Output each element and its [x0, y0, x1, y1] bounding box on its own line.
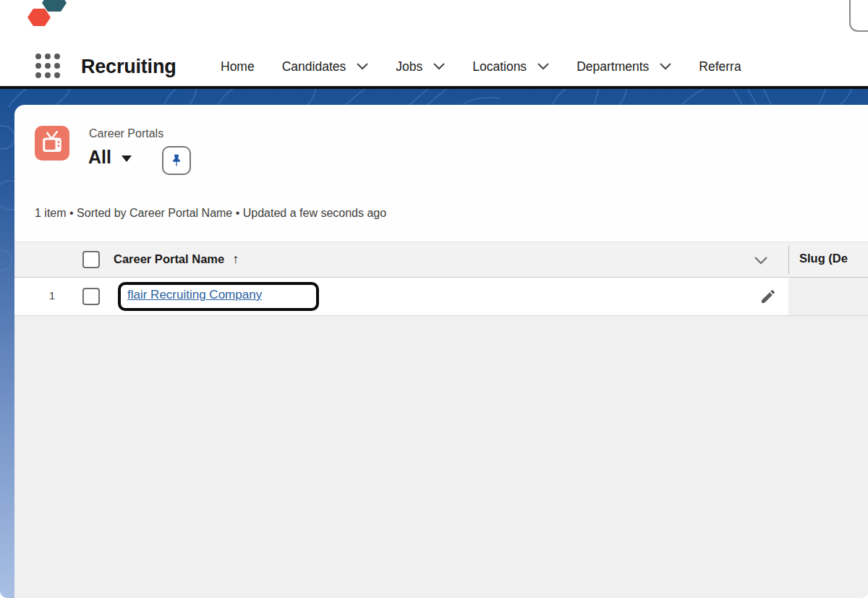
search-box-partial[interactable] — [849, 0, 868, 32]
background-pattern-left — [0, 108, 16, 412]
entity-label: Career Portals — [89, 127, 163, 140]
nav-item-locations[interactable]: Locations — [472, 59, 549, 74]
header-divider — [0, 86, 868, 89]
row-number: 1 — [42, 289, 62, 302]
chevron-down-icon — [660, 63, 671, 70]
column-menu-chevron-icon[interactable] — [754, 256, 768, 265]
view-name: All — [88, 147, 111, 168]
slug-cell — [788, 278, 868, 315]
main-navigation: Home Candidates Jobs Locations Departmen… — [221, 56, 741, 77]
chevron-down-icon — [537, 63, 549, 70]
nav-item-candidates[interactable]: Candidates — [282, 59, 369, 74]
edit-pencil-icon[interactable] — [760, 288, 777, 305]
select-all-checkbox[interactable] — [82, 251, 100, 268]
tv-icon — [39, 130, 65, 156]
list-view-card: Career Portals All 1 item • Sorted by Ca… — [14, 105, 868, 598]
pin-list-view-button[interactable] — [162, 146, 191, 175]
screenshot-frame: Recruiting Home Candidates Jobs Location… — [0, 0, 868, 598]
pin-icon — [169, 153, 184, 168]
app-name: Recruiting — [81, 52, 176, 81]
nav-item-home[interactable]: Home — [221, 59, 255, 74]
select-row-checkbox[interactable] — [82, 288, 100, 305]
nav-item-jobs[interactable]: Jobs — [396, 59, 445, 74]
table-header-row: Career Portal Name ↑ Slug (De — [14, 242, 868, 278]
table-row: 1 flair Recruiting Company — [14, 278, 868, 316]
career-portal-name-link[interactable]: flair Recruiting Company — [127, 288, 262, 302]
chevron-down-icon — [433, 63, 445, 70]
top-header-bar: Recruiting Home Candidates Jobs Location… — [0, 0, 868, 86]
nav-item-referrals[interactable]: Referra — [699, 59, 741, 74]
column-divider[interactable] — [788, 246, 789, 274]
sort-ascending-icon: ↑ — [232, 252, 239, 267]
column-header-career-portal-name[interactable]: Career Portal Name ↑ — [114, 252, 239, 267]
flair-logo-icon — [25, 0, 82, 36]
nav-item-departments[interactable]: Departments — [576, 59, 671, 74]
list-status-line: 1 item • Sorted by Career Portal Name • … — [35, 207, 386, 220]
career-portals-entity-icon — [35, 126, 69, 161]
column-header-slug[interactable]: Slug (De — [799, 252, 848, 265]
app-launcher-icon[interactable] — [33, 51, 62, 80]
chevron-down-icon — [357, 63, 368, 70]
caret-down-icon — [122, 155, 132, 162]
empty-table-area — [14, 316, 868, 598]
list-view-selector[interactable]: All — [88, 145, 132, 169]
